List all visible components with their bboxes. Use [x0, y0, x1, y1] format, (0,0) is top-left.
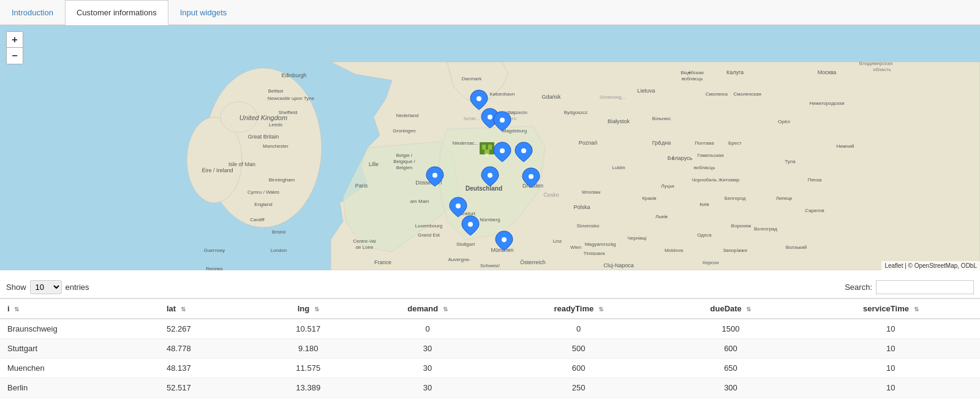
map-attribution: Leaflet | © OpenStreetMap, ODbL — [881, 261, 980, 270]
data-table: i ⇅ lat ⇅ lng ⇅ demand ⇅ readyTime ⇅ — [0, 298, 980, 398]
svg-text:вобласць: вобласць — [682, 76, 703, 82]
svg-text:Stuttgart: Stuttgart — [456, 241, 475, 247]
svg-text:вобласць: вобласць — [694, 165, 715, 170]
svg-text:Bristol: Bristol — [272, 229, 285, 235]
svg-text:область: область — [873, 67, 891, 72]
svg-text:≡: ≡ — [485, 151, 489, 158]
zoom-out-button[interactable]: − — [7, 48, 23, 64]
col-header-lat[interactable]: lat ⇅ — [159, 298, 258, 319]
sort-arrows-duedate: ⇅ — [746, 306, 751, 313]
svg-text:Чернівці: Чернівці — [627, 235, 646, 241]
table-row: Stuttgart48.7789.1803050060010 — [0, 339, 980, 359]
svg-text:Centre-Val: Centre-Val — [353, 238, 376, 244]
svg-text:Житомир: Житомир — [718, 177, 740, 183]
svg-text:France: France — [374, 259, 391, 265]
tab-customer-informations[interactable]: Customer informations — [65, 0, 168, 25]
search-input[interactable] — [876, 280, 974, 294]
svg-text:Belgie /: Belgie / — [396, 153, 413, 158]
cell-dueDate-3: 300 — [660, 378, 801, 398]
cell-lat-3: 52.517 — [159, 378, 258, 398]
svg-text:Grand Est: Grand Est — [418, 232, 440, 238]
svg-text:Magdeburg: Magdeburg — [502, 128, 527, 134]
col-header-duedate[interactable]: dueDate ⇅ — [660, 298, 801, 319]
cell-lng-3: 13.389 — [258, 378, 358, 398]
svg-point-126 — [432, 173, 437, 178]
col-header-i[interactable]: i ⇅ — [0, 298, 159, 319]
svg-text:Birmingham: Birmingham — [269, 177, 295, 183]
svg-rect-120 — [482, 145, 486, 150]
svg-text:Брест: Брест — [728, 140, 742, 146]
svg-text:Пенза: Пенза — [808, 177, 822, 183]
entries-select[interactable]: 10 25 50 100 — [30, 280, 62, 294]
svg-text:Гро́дна: Гро́дна — [652, 140, 671, 146]
sort-arrows-servicetime: ⇅ — [914, 306, 919, 313]
svg-point-124 — [500, 148, 505, 153]
col-header-readytime[interactable]: readyTime ⇅ — [497, 298, 660, 319]
zoom-in-button[interactable]: + — [7, 32, 23, 48]
svg-text:Тула: Тула — [785, 159, 796, 164]
map-svg: United Kingdom Isle of Man Éire / Irelan… — [0, 25, 980, 270]
svg-text:Wien: Wien — [570, 245, 581, 250]
svg-text:Липецк: Липецк — [776, 196, 793, 201]
svg-text:Poznań: Poznań — [579, 140, 598, 146]
sort-arrows-i: ⇅ — [14, 306, 19, 313]
cell-demand-1: 30 — [358, 339, 497, 359]
svg-text:Калуга: Калуга — [726, 69, 744, 75]
svg-text:Нижний: Нижний — [837, 143, 854, 149]
svg-text:Timișoara: Timișoara — [584, 251, 605, 256]
col-header-servicetime[interactable]: serviceTime ⇅ — [802, 298, 980, 319]
svg-text:Rennes: Rennes — [206, 266, 223, 270]
cell-demand-2: 30 — [358, 359, 497, 378]
svg-text:Cardiff: Cardiff — [250, 217, 265, 222]
svg-text:de Loire: de Loire — [356, 245, 374, 250]
svg-text:Manchester: Manchester — [263, 143, 288, 149]
tab-input-widgets[interactable]: Input widgets — [168, 0, 239, 25]
svg-text:Москва: Москва — [818, 69, 837, 75]
table-row: Berlin52.51713.3893025030010 — [0, 378, 980, 398]
svg-text:Запорі́жжя: Запорі́жжя — [723, 248, 747, 253]
svg-text:am Main: am Main — [410, 199, 429, 204]
svg-text:Вільнюс: Вільнюс — [652, 116, 671, 121]
table-controls: Show 10 25 50 100 entries Search: — [0, 276, 980, 298]
svg-text:Саратов: Саратов — [805, 208, 824, 213]
svg-text:Lublin: Lublin — [612, 165, 625, 170]
svg-text:Paris: Paris — [355, 183, 368, 189]
cell-lat-2: 48.137 — [159, 359, 258, 378]
svg-text:Great Britain: Great Britain — [248, 134, 279, 140]
svg-text:Київ: Київ — [699, 202, 709, 207]
svg-text:London: London — [271, 248, 287, 253]
col-header-demand[interactable]: demand ⇅ — [358, 298, 497, 319]
tab-introduction[interactable]: Introduction — [0, 0, 65, 25]
cell-serviceTime-3: 10 — [802, 378, 980, 398]
map-zoom-controls: + − — [6, 31, 23, 64]
cell-readyTime-1: 500 — [497, 339, 660, 359]
svg-point-116 — [477, 96, 481, 101]
cell-i-1: Stuttgart — [0, 339, 159, 359]
svg-text:Віце́бская: Віце́бская — [680, 70, 704, 75]
svg-text:Cluj-Napoca: Cluj-Napoca — [603, 262, 634, 268]
svg-text:Magyarország: Magyarország — [585, 241, 616, 247]
svg-text:Szczecin: Szczecin — [508, 110, 527, 115]
cell-demand-3: 30 — [358, 378, 497, 398]
tab-bar: Introduction Customer informations Input… — [0, 0, 980, 25]
cell-i-0: Braunschweig — [0, 319, 159, 339]
cell-dueDate-2: 650 — [660, 359, 801, 378]
svg-text:København: København — [490, 91, 515, 97]
svg-text:Leeds: Leeds — [269, 122, 282, 127]
svg-text:Belfast: Belfast — [268, 88, 284, 94]
svg-text:Belgien: Belgien — [396, 165, 413, 170]
cell-serviceTime-2: 10 — [802, 359, 980, 378]
svg-text:Смоленская: Смоленская — [733, 91, 761, 97]
svg-point-131 — [502, 237, 507, 242]
svg-text:Österreich: Österreich — [520, 259, 546, 265]
table-header-row: i ⇅ lat ⇅ lng ⇅ demand ⇅ readyTime ⇅ — [0, 298, 980, 319]
svg-text:Moldova: Moldova — [665, 248, 684, 253]
svg-text:Polska: Polska — [573, 204, 590, 210]
cell-serviceTime-1: 10 — [802, 339, 980, 359]
svg-text:Schle...: Schle... — [464, 116, 480, 121]
svg-text:Slovensko: Slovensko — [577, 223, 600, 229]
svg-text:Białystok: Białystok — [608, 118, 630, 124]
svg-text:Белгород: Белгород — [725, 196, 746, 201]
col-header-lng[interactable]: lng ⇅ — [258, 298, 358, 319]
search-label: Search: — [845, 283, 872, 292]
